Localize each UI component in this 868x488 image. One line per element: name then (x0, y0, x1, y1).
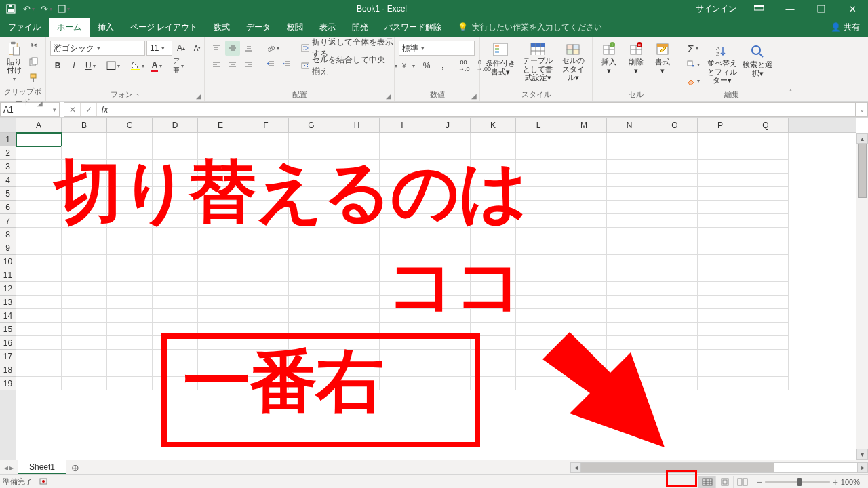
cell[interactable] (198, 228, 243, 241)
row-headers[interactable]: 12345678910111213141516171819 (0, 133, 16, 460)
cell[interactable] (743, 336, 789, 350)
cell[interactable] (243, 296, 289, 309)
column-header[interactable]: G (289, 118, 334, 132)
cell[interactable] (380, 350, 425, 363)
orientation-icon[interactable]: ab (263, 41, 282, 56)
cell[interactable] (153, 187, 198, 201)
cell[interactable] (16, 323, 62, 336)
cell[interactable] (607, 336, 652, 350)
cell[interactable] (16, 282, 62, 296)
cell[interactable] (107, 214, 153, 228)
cell[interactable] (561, 296, 607, 309)
zoom-out-icon[interactable]: − (756, 476, 762, 487)
cell[interactable] (62, 323, 107, 336)
cell[interactable] (652, 323, 698, 336)
cell[interactable] (62, 228, 107, 241)
cell[interactable] (607, 174, 652, 187)
cell[interactable] (652, 174, 698, 187)
scroll-up-icon[interactable]: ▴ (856, 133, 868, 144)
row-header[interactable]: 18 (0, 363, 16, 377)
enter-formula-icon[interactable]: ✓ (81, 103, 97, 116)
row-header[interactable]: 8 (0, 228, 16, 241)
cell[interactable] (198, 282, 243, 296)
cell[interactable] (652, 133, 698, 146)
cell[interactable] (471, 160, 516, 174)
italic-button[interactable]: I (66, 58, 81, 73)
cell[interactable] (743, 309, 789, 323)
cell[interactable] (652, 350, 698, 363)
conditional-format-button[interactable]: 条件付き書式▾ (484, 38, 517, 83)
cell[interactable] (698, 282, 743, 296)
cell[interactable] (153, 377, 198, 390)
cell[interactable] (107, 363, 153, 377)
cell[interactable] (153, 350, 198, 363)
cell[interactable] (561, 282, 607, 296)
column-header[interactable]: J (425, 118, 471, 132)
cell[interactable] (652, 201, 698, 214)
cell[interactable] (743, 133, 789, 146)
cell[interactable] (516, 174, 561, 187)
tab-file[interactable]: ファイル (0, 18, 49, 37)
macro-record-icon[interactable] (39, 477, 47, 487)
cell[interactable] (334, 350, 380, 363)
cell[interactable] (607, 268, 652, 282)
cell[interactable] (198, 377, 243, 390)
cell[interactable] (243, 350, 289, 363)
cell[interactable] (425, 363, 471, 377)
font-size-combo[interactable]: 11▾ (146, 41, 172, 56)
column-header[interactable]: F (243, 118, 289, 132)
cell[interactable] (561, 268, 607, 282)
cell[interactable] (607, 133, 652, 146)
cell[interactable] (471, 323, 516, 336)
cell[interactable] (743, 350, 789, 363)
cell[interactable] (698, 160, 743, 174)
tell-me[interactable]: 💡実行したい作業を入力してください (450, 18, 610, 37)
cell[interactable] (243, 282, 289, 296)
hscroll-track[interactable] (580, 462, 858, 473)
cell[interactable] (652, 214, 698, 228)
cell[interactable] (607, 214, 652, 228)
column-header[interactable]: P (698, 118, 743, 132)
bold-button[interactable]: B (50, 58, 65, 73)
cell[interactable] (698, 228, 743, 241)
cell[interactable] (607, 255, 652, 268)
cell[interactable] (153, 255, 198, 268)
cell[interactable] (561, 201, 607, 214)
percent-icon[interactable]: % (419, 58, 434, 73)
wrap-text-button[interactable]: 折り返して全体を表示する (298, 41, 400, 56)
cell[interactable] (516, 187, 561, 201)
cell[interactable] (289, 336, 334, 350)
cell[interactable] (607, 363, 652, 377)
cell[interactable] (243, 255, 289, 268)
cell[interactable] (198, 363, 243, 377)
cell[interactable] (153, 133, 198, 146)
cell[interactable] (16, 255, 62, 268)
cell[interactable] (471, 201, 516, 214)
cell[interactable] (698, 201, 743, 214)
tab-home[interactable]: ホーム (49, 18, 90, 37)
cell[interactable] (516, 214, 561, 228)
cell[interactable] (16, 268, 62, 282)
cell[interactable] (743, 282, 789, 296)
cell[interactable] (62, 363, 107, 377)
cell[interactable] (425, 309, 471, 323)
cell[interactable] (425, 146, 471, 160)
cell[interactable] (743, 241, 789, 255)
cell[interactable] (471, 228, 516, 241)
cell[interactable] (652, 187, 698, 201)
cell[interactable] (198, 336, 243, 350)
cell[interactable] (243, 160, 289, 174)
cell[interactable] (607, 160, 652, 174)
cell[interactable] (198, 296, 243, 309)
row-header[interactable]: 12 (0, 282, 16, 296)
cell[interactable] (16, 228, 62, 241)
cell[interactable] (743, 363, 789, 377)
tab-data[interactable]: データ (238, 18, 279, 37)
cell[interactable] (652, 363, 698, 377)
cell[interactable] (698, 133, 743, 146)
cell[interactable] (516, 241, 561, 255)
tab-formulas[interactable]: 数式 (205, 18, 238, 37)
maximize-icon[interactable] (806, 0, 837, 18)
cell[interactable] (334, 214, 380, 228)
cell[interactable] (289, 133, 334, 146)
